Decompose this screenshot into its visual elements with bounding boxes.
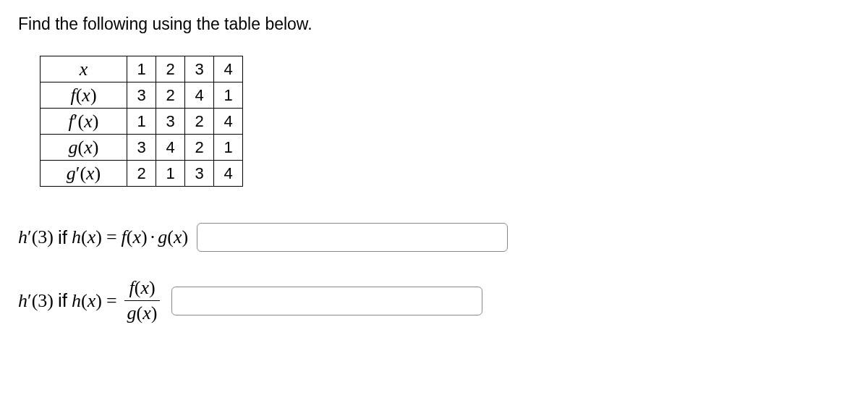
table-cell: 4	[214, 161, 243, 187]
table-cell: 3	[127, 82, 156, 109]
table-row: f(x) 3 2 4 1	[41, 82, 243, 109]
table-cell: 1	[214, 135, 243, 161]
table-cell: 2	[156, 56, 185, 82]
row-label: f′(x)	[41, 109, 127, 135]
instruction-text: Find the following using the table below…	[18, 14, 850, 34]
table-cell: 2	[156, 82, 185, 109]
table-cell: 1	[127, 56, 156, 82]
row-label: g′(x)	[41, 161, 127, 187]
table-cell: 2	[185, 109, 214, 135]
table-row: f′(x) 1 3 2 4	[41, 109, 243, 135]
table-cell: 4	[214, 109, 243, 135]
question-quotient-rule: h′(3) if h(x) = f(x) g(x)	[18, 277, 850, 324]
table-cell: 3	[185, 56, 214, 82]
question-label: h′(3) if h(x) = f(x) g(x)	[18, 277, 163, 324]
answer-input-product[interactable]	[197, 223, 508, 252]
table-cell: 2	[127, 161, 156, 187]
answer-input-quotient[interactable]	[171, 287, 482, 315]
table-row: g(x) 3 4 2 1	[41, 135, 243, 161]
table-cell: 1	[214, 82, 243, 109]
table-cell: 1	[127, 109, 156, 135]
table-row: g′(x) 2 1 3 4	[41, 161, 243, 187]
function-table: x 1 2 3 4 f(x) 3 2 4 1 f′(x) 1 3 2 4 g(x…	[40, 56, 243, 187]
table-cell: 1	[156, 161, 185, 187]
table-cell: 3	[156, 109, 185, 135]
question-label: h′(3) if h(x) = f(x) · g(x)	[18, 226, 188, 249]
table-cell: 4	[156, 135, 185, 161]
table-cell: 2	[185, 135, 214, 161]
table-cell: 3	[127, 135, 156, 161]
data-table-wrapper: x 1 2 3 4 f(x) 3 2 4 1 f′(x) 1 3 2 4 g(x…	[40, 56, 850, 187]
row-label: f(x)	[41, 82, 127, 109]
table-row: x 1 2 3 4	[41, 56, 243, 82]
question-product-rule: h′(3) if h(x) = f(x) · g(x)	[18, 223, 850, 252]
table-cell: 4	[185, 82, 214, 109]
table-cell: 4	[214, 56, 243, 82]
row-label: x	[41, 56, 127, 82]
table-cell: 3	[185, 161, 214, 187]
row-label: g(x)	[41, 135, 127, 161]
